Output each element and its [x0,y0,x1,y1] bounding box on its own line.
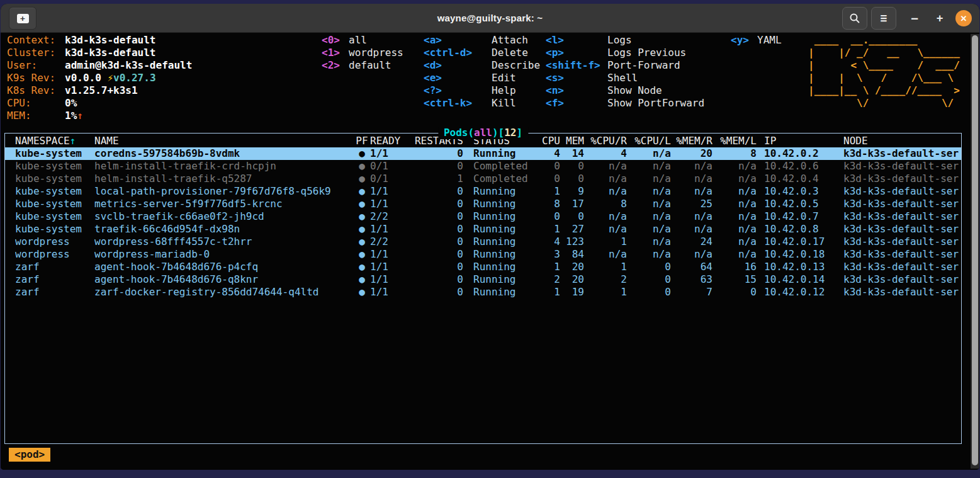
hotkey-key: <0> [322,34,349,47]
terminal-window: wayne@guilty-spark: ~ + ≡ – + ✕ Context:… [1,4,979,470]
cell-mem-r: n/a [671,173,712,185]
header-ready[interactable]: READY [370,135,410,147]
cell-namespace: wordpress [15,248,94,261]
mem-up-arrow-icon: ↑ [77,110,83,122]
cell-cpu-l: 0 [627,261,671,273]
cell-namespace: wordpress [15,236,94,248]
header-ip[interactable]: IP [757,135,840,147]
hotkey-item[interactable]: <ctrl-d>Delete [424,47,540,59]
search-button[interactable] [842,7,867,30]
minimize-button[interactable]: – [906,4,923,33]
header-namespace[interactable]: NAMESPACE↑ [15,135,94,147]
header-mem-l[interactable]: %MEM/L [712,135,757,147]
maximize-button[interactable]: + [932,4,948,33]
cell-mem-l: n/a [712,223,757,236]
hotkey-item[interactable]: <n>Show Node [546,84,704,97]
hotkey-item[interactable]: <0>all [322,34,403,47]
hotkey-item[interactable]: <f>Show PortForward [546,97,704,110]
header-node[interactable]: NODE [840,135,961,147]
cell-cpu-r: 1 [584,286,627,299]
hotkey-label: Logs [607,34,632,47]
table-row[interactable]: kube-systemmetrics-server-5f9f776df5-krc… [5,198,961,210]
cell-ready: 1/1 [370,185,410,198]
cell-ready: 1/1 [370,198,410,210]
hotkey-item[interactable]: <p>Logs Previous [546,47,704,59]
cell-mem: 123 [560,236,584,248]
pf-dot-icon: ● [354,261,370,273]
header-cpu[interactable]: CPU [532,135,560,147]
hotkey-label: all [349,34,367,47]
cell-ip: 10.42.0.18 [757,248,840,261]
cell-cpu-r: 8 [584,198,627,210]
table-row[interactable]: wordpresswordpress-mariadb-0●1/10Running… [5,248,961,261]
cell-cpu: 1 [532,223,560,236]
hotkey-label: Show Node [607,84,662,97]
hotkey-item[interactable]: <y>YAML [731,34,782,47]
header-mem[interactable]: MEM [560,135,584,147]
hotkey-item[interactable]: <d>Describe [424,59,540,72]
hotkey-item[interactable]: <1>wordpress [322,47,403,59]
hotkey-col-1: <a>Attach<ctrl-d>Delete<d>Describe<e>Edi… [424,34,540,110]
hotkey-item[interactable]: <2>default [322,59,403,72]
hotkey-item[interactable]: <e>Edit [424,72,540,84]
info-row: Cluster:k3d-k3s-default [7,47,192,59]
pf-dot-icon: ● [354,185,370,198]
cell-cpu-l: n/a [627,173,671,185]
close-button[interactable]: ✕ [955,10,972,26]
cell-node: k3d-k3s-default-ser [840,273,961,286]
hotkey-key: <ctrl-k> [424,97,492,110]
header-cpu-r[interactable]: %CPU/R [584,135,627,147]
cell-restarts: 0 [410,160,463,173]
title-paren: ( [468,127,474,139]
hotkey-key: <f> [546,97,607,110]
table-row[interactable]: zarfagent-hook-7b4648d676-p4cfq●1/10Runn… [5,261,961,273]
upgrade-bolt-icon: ⚡ [107,72,113,84]
hotkey-item[interactable]: <s>Shell [546,72,704,84]
cell-status: Running [463,273,532,286]
table-row[interactable]: wordpresswordpress-68fff4557c-t2hrr●2/20… [5,236,961,248]
table-title: Pods(all)[12] [438,127,528,139]
cell-status: Running [463,147,532,160]
table-row[interactable]: kube-systemlocal-path-provisioner-79f67d… [5,185,961,198]
hotkey-label: YAML [757,34,782,47]
scrollbar-thumb[interactable] [972,35,978,465]
cell-namespace: kube-system [15,198,94,210]
cell-node: k3d-k3s-default-ser [840,261,961,273]
desktop: wayne@guilty-spark: ~ + ≡ – + ✕ Context:… [0,0,980,478]
cell-cpu-l: 0 [627,286,671,299]
info-value: v0.0.0 [65,72,107,84]
header-name[interactable]: NAME [94,135,354,147]
new-tab-button[interactable]: + [9,7,37,30]
hotkey-item[interactable]: <shift-f>Port-Forward [546,59,704,72]
table-row[interactable]: kube-systemhelm-install-traefik-q5287●0/… [5,173,961,185]
pf-dot-icon: ● [354,236,370,248]
header-cpu-l[interactable]: %CPU/L [627,135,671,147]
table-row[interactable]: zarfzarf-docker-registry-856dd74644-q4lt… [5,286,961,299]
cell-ready: 1/1 [370,248,410,261]
cell-node: k3d-k3s-default-ser [840,236,961,248]
info-row: K9s Rev:v0.0.0 ⚡v0.27.3 [7,72,192,84]
menu-button[interactable]: ≡ [871,7,896,30]
hotkey-item[interactable]: <?>Help [424,84,540,97]
hotkey-item[interactable]: <a>Attach [424,34,540,47]
header-pf[interactable]: PF [354,135,370,147]
table-row[interactable]: kube-systemtraefik-66c46d954f-dx98n●1/10… [5,223,961,236]
scrollbar[interactable] [971,34,979,469]
cell-cpu-r: 4 [584,147,627,160]
hotkey-key: <1> [322,47,349,59]
info-label: MEM: [7,110,65,122]
cell-name: wordpress-68fff4557c-t2hrr [94,236,354,248]
table-row[interactable]: kube-systemcoredns-597584b69b-8vdmk●1/10… [5,147,961,160]
hotkey-item[interactable]: <ctrl-k>Kill [424,97,540,110]
breadcrumb-pod[interactable]: <pod> [9,448,50,462]
hotkey-key: <shift-f> [546,59,607,72]
cell-node: k3d-k3s-default-ser [840,198,961,210]
cell-namespace: kube-system [15,185,94,198]
cell-ready: 1/1 [370,273,410,286]
hotkey-item[interactable]: <l>Logs [546,34,704,47]
header-mem-r[interactable]: %MEM/R [671,135,712,147]
table-row[interactable]: kube-systemhelm-install-traefik-crd-hcpj… [5,160,961,173]
table-row[interactable]: kube-systemsvclb-traefik-c66ae0f2-jh9cd●… [5,210,961,223]
cell-name: local-path-provisioner-79f67d76f8-q56k9 [94,185,354,198]
table-row[interactable]: zarfagent-hook-7b4648d676-q8knr●1/10Runn… [5,273,961,286]
